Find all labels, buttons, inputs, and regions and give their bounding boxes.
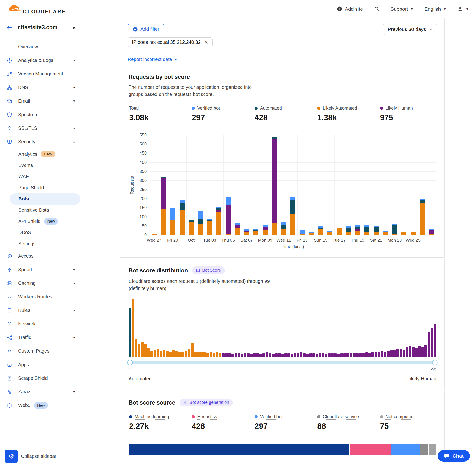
sidebar-item-access[interactable]: Access: [0, 249, 82, 263]
histogram-bar[interactable]: [175, 351, 178, 357]
histogram-bar[interactable]: [250, 354, 253, 357]
source-stat-not-computed[interactable]: Not computed75: [374, 413, 436, 435]
account-menu[interactable]: ▼: [457, 6, 469, 12]
source-stat-heuristics[interactable]: Heuristics428: [185, 413, 248, 435]
add-site-button[interactable]: Add site: [337, 6, 363, 12]
histogram-bar[interactable]: [431, 328, 433, 358]
histogram-bar[interactable]: [210, 352, 212, 357]
bar-slot[interactable]: [325, 135, 334, 235]
filter-chip[interactable]: IP does not equal 35.212.240.32 ✕: [128, 37, 213, 47]
histogram-bar[interactable]: [309, 353, 312, 358]
histogram-bar[interactable]: [371, 352, 374, 357]
requests-stat-verified-bot[interactable]: Verified bot297: [185, 105, 248, 127]
sidebar-item-zaraz[interactable]: Zaraz▼: [0, 385, 82, 399]
bar-slot[interactable]: [159, 135, 168, 235]
source-bar-segment-cloudflare-service[interactable]: [420, 444, 429, 454]
histogram-bar[interactable]: [365, 352, 368, 357]
histogram-bar[interactable]: [406, 347, 408, 357]
histogram-bar[interactable]: [359, 353, 362, 357]
sidebar-item-scrape-shield[interactable]: Scrape Shield: [0, 371, 82, 385]
slider-handle-min[interactable]: [127, 360, 133, 365]
histogram-bar[interactable]: [393, 350, 396, 357]
chevron-down-icon[interactable]: ▼: [73, 59, 75, 62]
slider-track[interactable]: [128, 361, 436, 364]
histogram-bar[interactable]: [206, 353, 209, 357]
histogram-bar[interactable]: [228, 353, 231, 357]
histogram-bar[interactable]: [284, 353, 287, 357]
sidebar-item-events[interactable]: Events: [0, 160, 82, 171]
bar-slot[interactable]: [233, 135, 242, 235]
histogram-bar[interactable]: [138, 344, 140, 357]
bot-score-badge[interactable]: Bot Score: [192, 266, 225, 274]
histogram-bar[interactable]: [303, 353, 306, 357]
sidebar-item-overview[interactable]: Overview: [0, 40, 82, 53]
bar-slot[interactable]: [408, 135, 417, 235]
histogram-bar[interactable]: [278, 353, 281, 357]
histogram-bar[interactable]: [306, 354, 309, 357]
histogram-bar[interactable]: [294, 353, 296, 357]
histogram-bar[interactable]: [384, 352, 386, 357]
requests-stat-total[interactable]: Total3.08k: [128, 105, 185, 127]
chevron-down-icon[interactable]: ▼: [73, 100, 75, 103]
sidebar-item-ddos[interactable]: DDoS: [0, 227, 82, 238]
histogram-bar[interactable]: [269, 353, 271, 357]
source-stat-verified-bot[interactable]: Verified bot297: [248, 413, 311, 435]
histogram-bar[interactable]: [253, 353, 256, 357]
histogram-bar[interactable]: [169, 352, 172, 357]
histogram-bar[interactable]: [272, 354, 275, 357]
histogram-bar[interactable]: [144, 344, 147, 357]
histogram-bar[interactable]: [434, 324, 436, 357]
histogram-bar[interactable]: [403, 349, 405, 357]
bar-slot[interactable]: [362, 135, 371, 235]
histogram-bar[interactable]: [163, 350, 166, 357]
histogram-bar[interactable]: [316, 354, 318, 357]
histogram-bar[interactable]: [234, 353, 237, 358]
histogram-bar[interactable]: [181, 352, 184, 357]
histogram-bar[interactable]: [337, 354, 340, 357]
histogram-bar[interactable]: [409, 346, 412, 357]
histogram-bar[interactable]: [132, 299, 134, 357]
histogram-bar[interactable]: [203, 352, 206, 357]
histogram-bar[interactable]: [200, 352, 203, 357]
histogram-bar[interactable]: [191, 343, 194, 357]
sidebar-item-sensitive-data[interactable]: Sensitive Data: [0, 204, 82, 216]
histogram-bar[interactable]: [147, 348, 150, 357]
histogram-bar[interactable]: [387, 351, 390, 357]
chevron-down-icon[interactable]: ▼: [73, 282, 75, 285]
sidebar-item-waf[interactable]: WAF: [0, 171, 82, 182]
sidebar-item-ssl-tls[interactable]: SSL/TLS▼: [0, 121, 82, 135]
histogram-bar[interactable]: [256, 353, 259, 358]
histogram-bar[interactable]: [331, 353, 334, 358]
sidebar-item-web3[interactable]: Web3New: [0, 399, 82, 412]
bar-slot[interactable]: [344, 135, 353, 235]
histogram-bar[interactable]: [275, 353, 278, 358]
bot-score-generation-badge[interactable]: Bot score generation: [180, 399, 233, 406]
histogram-bar[interactable]: [185, 351, 187, 357]
bar-slot[interactable]: [242, 135, 251, 235]
histogram-bar[interactable]: [300, 352, 302, 357]
sidebar-item-caching[interactable]: Caching▼: [0, 276, 82, 290]
chevron-up-icon[interactable]: ▲: [73, 140, 75, 144]
histogram-bar[interactable]: [219, 353, 222, 357]
bar-slot[interactable]: [334, 135, 344, 235]
histogram-bar[interactable]: [262, 353, 265, 357]
histogram-bar[interactable]: [244, 353, 246, 358]
bar-slot[interactable]: [288, 135, 297, 235]
histogram-bar[interactable]: [160, 351, 162, 357]
source-stat-cloudflare-service[interactable]: Cloudflare service88: [311, 413, 373, 435]
histogram-bar[interactable]: [232, 354, 234, 357]
histogram-bar[interactable]: [141, 342, 144, 357]
slider-handle-max[interactable]: [432, 360, 438, 365]
histogram-bar[interactable]: [290, 354, 293, 357]
cloudflare-logo[interactable]: CLOUDFLARE: [7, 4, 66, 14]
sidebar-item-traffic[interactable]: Traffic▼: [0, 331, 82, 344]
histogram-bar[interactable]: [281, 354, 284, 357]
sidebar-item-settings[interactable]: Settings: [0, 238, 82, 249]
histogram-bar[interactable]: [178, 352, 181, 357]
sidebar-item-bots[interactable]: Bots: [10, 193, 81, 204]
histogram-bar[interactable]: [396, 349, 399, 357]
bar-slot[interactable]: [223, 135, 233, 235]
sidebar-item-api-shield[interactable]: API ShieldNew: [0, 216, 82, 227]
histogram-bar[interactable]: [334, 353, 337, 357]
sidebar-item-analytics[interactable]: AnalyticsBeta: [0, 148, 82, 160]
